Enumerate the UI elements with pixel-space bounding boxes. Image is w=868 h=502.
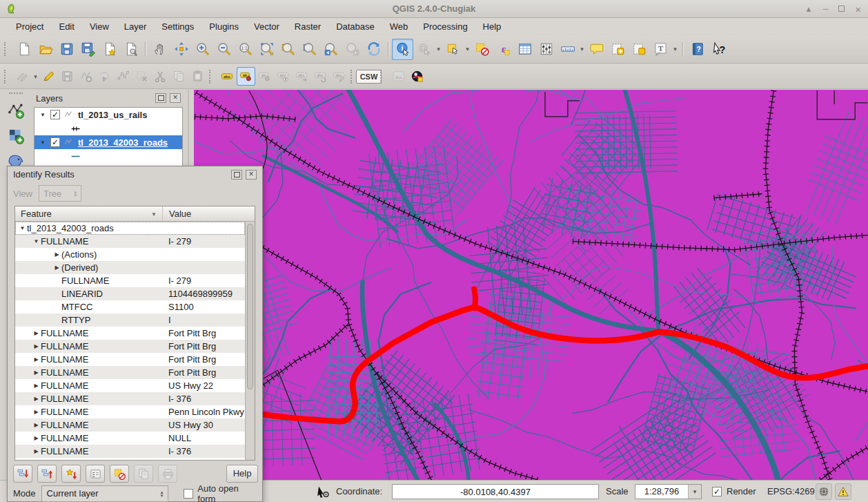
messages-warning-icon[interactable]: [835, 483, 851, 500]
copy-features-button[interactable]: [170, 67, 188, 86]
menu-layer[interactable]: Layer: [117, 19, 155, 34]
view-mode-combo[interactable]: Tree ▴▾: [39, 185, 81, 202]
expander-icon[interactable]: ▶: [32, 435, 41, 441]
layer-visibility-checkbox[interactable]: ✓: [50, 137, 60, 147]
select-features-dropdown-icon[interactable]: ▾: [464, 46, 471, 52]
label-move-button[interactable]: abc: [293, 67, 311, 86]
map-canvas[interactable]: [194, 90, 868, 480]
copy-feature-button[interactable]: [134, 465, 153, 483]
new-bookmark-button[interactable]: [607, 39, 629, 60]
menu-web[interactable]: Web: [382, 19, 416, 34]
expander-icon[interactable]: ▶: [32, 343, 41, 349]
move-feature-button[interactable]: [95, 67, 114, 86]
shade-button[interactable]: ▲: [805, 5, 813, 13]
table-row[interactable]: ▶FULLNAMEI- 376: [15, 445, 245, 458]
globe-plugin-button[interactable]: [408, 67, 426, 86]
expand-new-results-button[interactable]: [61, 465, 81, 483]
table-row[interactable]: ▼tl_2013_42003_roads: [15, 222, 245, 235]
expander-icon[interactable]: ▶: [32, 383, 41, 389]
deselect-features-button[interactable]: [471, 39, 493, 60]
label-anchor-button[interactable]: ab: [255, 67, 274, 86]
menu-settings[interactable]: Settings: [154, 19, 201, 34]
new-vector-layer-button[interactable]: [4, 99, 28, 122]
table-row[interactable]: ▶FULLNAMEPenn Lincoln Pkwy: [15, 405, 245, 418]
labeling-button[interactable]: abc: [218, 67, 237, 86]
menu-plugins[interactable]: Plugins: [201, 19, 246, 34]
table-row[interactable]: ▼FULLNAMEI- 279: [15, 235, 245, 248]
delete-selected-button[interactable]: [132, 67, 151, 86]
expander-icon[interactable]: ▶: [52, 251, 61, 258]
label-visibility-button[interactable]: abc: [274, 67, 293, 86]
table-row[interactable]: LINEARID1104469899959: [15, 287, 245, 300]
open-project-button[interactable]: [34, 39, 56, 60]
zoom-last-button[interactable]: [320, 39, 342, 60]
table-row[interactable]: RTTYPI: [15, 313, 245, 327]
menu-raster[interactable]: Raster: [287, 19, 328, 34]
menu-project[interactable]: Project: [8, 19, 51, 34]
expander-icon[interactable]: ▶: [32, 422, 41, 428]
add-feature-button[interactable]: [77, 67, 95, 86]
clear-results-button[interactable]: [110, 465, 129, 483]
table-row[interactable]: ▶FULLNAMEFort Pitt Brg: [15, 327, 245, 340]
composer-manager-button[interactable]: [120, 39, 141, 60]
save-layer-edits-button[interactable]: [58, 67, 77, 86]
collapse-tree-button[interactable]: [37, 465, 57, 483]
menu-vector[interactable]: Vector: [246, 19, 287, 34]
toolbar-drag-handle[interactable]: [4, 70, 10, 84]
expander-icon[interactable]: ▼: [18, 225, 27, 231]
field-calculator-button[interactable]: [535, 39, 557, 60]
render-checkbox[interactable]: ✓: [712, 487, 722, 496]
expander-icon[interactable]: ▶: [52, 264, 61, 271]
table-row[interactable]: ▶FULLNAMENULL: [15, 432, 245, 445]
measure-line-dropdown-icon[interactable]: ▾: [578, 46, 586, 52]
menu-view[interactable]: View: [82, 19, 117, 34]
toggle-editing-button[interactable]: [39, 67, 58, 86]
vertical-scrollbar[interactable]: [245, 222, 255, 460]
show-bookmarks-button[interactable]: [629, 39, 650, 60]
expander-icon[interactable]: ▶: [32, 356, 41, 363]
auto-open-form-checkbox[interactable]: [184, 489, 193, 499]
panel-close-icon[interactable]: [246, 170, 257, 180]
expander-icon[interactable]: ▶: [32, 448, 41, 454]
map-tips-button[interactable]: [586, 39, 607, 60]
menu-help[interactable]: Help: [475, 19, 509, 34]
expander-icon[interactable]: ▶: [32, 409, 41, 415]
paste-features-button[interactable]: [188, 67, 207, 86]
current-edits-button[interactable]: [13, 67, 32, 86]
expander-icon[interactable]: ▼: [32, 238, 41, 244]
chevron-down-icon[interactable]: ▾: [688, 485, 701, 499]
select-features-button[interactable]: [442, 39, 464, 60]
raster-terrain-button[interactable]: [389, 67, 408, 86]
close-button[interactable]: ×: [855, 3, 861, 15]
table-row[interactable]: ▶FULLNAMEFort Pitt Brg: [15, 340, 245, 353]
table-row[interactable]: ▶FULLNAMEFort Pitt Brg: [15, 353, 245, 366]
mode-combo[interactable]: Current layer ▴▾: [41, 485, 169, 502]
text-annotation-button[interactable]: T: [650, 39, 671, 60]
table-row[interactable]: ▶(Derived): [15, 261, 245, 274]
zoom-native-button[interactable]: 1:1: [235, 39, 256, 60]
coordinate-input[interactable]: [392, 484, 599, 499]
zoom-to-selection-button[interactable]: [277, 39, 299, 60]
run-feature-action-button[interactable]: [413, 39, 435, 60]
zoom-full-button[interactable]: [256, 39, 277, 60]
table-row[interactable]: ▶FULLNAMEI- 376: [15, 392, 245, 405]
toolbar-drag-handle[interactable]: [9, 93, 23, 97]
layer-item-tl_2013_42003_roads[interactable]: ▼✓tl_2013_42003_roads: [34, 135, 182, 149]
zoom-to-layer-button[interactable]: [299, 39, 320, 60]
toolbar-drag-handle[interactable]: [380, 70, 386, 84]
new-composer-button[interactable]: [99, 39, 120, 60]
table-row[interactable]: ▶FULLNAMEFort Pitt Brg: [15, 366, 245, 379]
table-row[interactable]: ▶FULLNAMEUS Hwy 22: [15, 379, 245, 392]
label-properties-button[interactable]: abc: [330, 67, 348, 86]
select-by-expression-button[interactable]: ε: [493, 39, 514, 60]
feature-column-header[interactable]: Feature: [21, 209, 52, 219]
maximize-button[interactable]: [838, 5, 845, 13]
open-form-button[interactable]: [86, 465, 105, 483]
tracking-icon[interactable]: [315, 483, 331, 500]
save-project-as-button[interactable]: [77, 39, 99, 60]
value-column-header[interactable]: Value: [169, 209, 191, 219]
save-project-button[interactable]: [56, 39, 77, 60]
help-button[interactable]: Help: [226, 465, 258, 483]
table-row[interactable]: FULLNAMEI- 279: [15, 274, 245, 287]
zoom-next-button[interactable]: [342, 39, 363, 60]
